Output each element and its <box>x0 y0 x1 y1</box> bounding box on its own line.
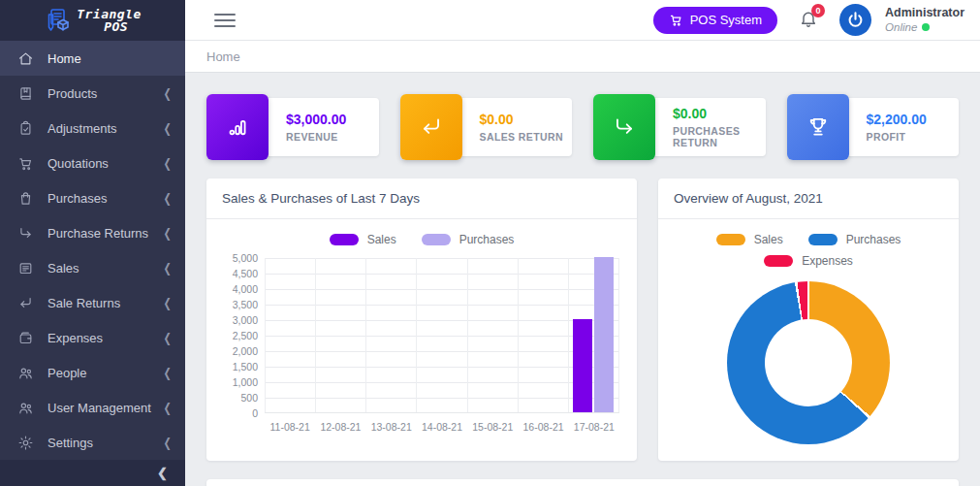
corner-down-left-icon <box>419 114 444 140</box>
chevron-left-icon: ❮ <box>164 226 172 240</box>
bag-icon <box>17 190 34 207</box>
y-tick-label: 1,500 <box>233 361 258 373</box>
x-tick-label: 12-08-21 <box>315 421 365 433</box>
sidebar-item-expenses[interactable]: Expenses❮ <box>0 320 185 355</box>
sidebar-item-label: User Management <box>47 401 164 415</box>
user-meta[interactable]: Administrator Online <box>885 6 964 35</box>
y-tick-label: 3,500 <box>233 299 258 310</box>
y-tick-label: 4,500 <box>233 268 258 279</box>
stat-card-icon-tile <box>206 94 269 160</box>
legend-swatch <box>716 234 745 245</box>
sidebar-item-purchases[interactable]: Purchases❮ <box>0 180 185 215</box>
people-icon <box>17 365 34 381</box>
stat-card-sales-return: $0.00SALES RETURN <box>400 94 573 160</box>
sidebar-item-user-management[interactable]: User Management❮ <box>0 390 185 425</box>
x-tick-label: 16-08-21 <box>518 421 568 433</box>
breadcrumb-current[interactable]: Home <box>206 49 240 64</box>
trophy-icon <box>806 114 831 140</box>
sidebar-item-label: Sale Returns <box>47 296 164 310</box>
stat-label: PROFIT <box>867 131 927 143</box>
x-tick-label: 14-08-21 <box>417 421 467 433</box>
bar-chart: 5,0004,5004,0003,5003,0002,5002,0001,500… <box>224 258 619 413</box>
sidebar-item-people[interactable]: People❮ <box>0 355 185 390</box>
bar-chart-column-17-08-21 <box>569 258 619 412</box>
stat-cards-row: $3,000.00REVENUE$0.00SALES RETURN$0.00PU… <box>206 94 959 160</box>
bar-chart-column-14-08-21 <box>417 258 467 412</box>
power-icon <box>846 11 865 29</box>
stat-value: $2,200.00 <box>867 112 927 127</box>
pos-system-button[interactable]: POS System <box>653 7 777 34</box>
y-tick-label: 500 <box>240 392 258 404</box>
cart-icon <box>17 155 34 172</box>
bar-chart-column-11-08-21 <box>265 258 316 412</box>
corner-down-right-icon <box>612 114 637 140</box>
stat-label: SALES RETURN <box>480 131 563 143</box>
x-tick-label: 11-08-21 <box>265 421 315 433</box>
app-logo[interactable]: Triangle POS <box>0 0 185 41</box>
legend-swatch <box>808 234 838 245</box>
app-root: Triangle POS HomeProducts❮Adjustments❮Qu… <box>0 0 980 486</box>
y-tick-label: 2,000 <box>233 345 258 357</box>
book-icon <box>17 85 34 102</box>
y-tick-label: 2,500 <box>233 330 258 341</box>
sidebar-item-label: Adjustments <box>47 121 164 136</box>
overview-chart-card: Overview of August, 2021 SalesPurchasesE… <box>658 178 959 461</box>
chevron-left-icon: ❮ <box>164 191 172 205</box>
topbar: POS System 0 Administrator Online <box>185 0 980 41</box>
chevron-left-icon: ❮ <box>164 436 172 449</box>
chevron-left-icon: ❮ <box>164 401 172 414</box>
sidebar-item-sale-returns[interactable]: Sale Returns❮ <box>0 285 185 320</box>
bar-sales-17-08-21 <box>573 319 592 412</box>
sidebar-item-settings[interactable]: Settings❮ <box>0 425 185 460</box>
breadcrumb: Home <box>185 41 980 73</box>
chevron-left-icon: ❮ <box>157 466 168 480</box>
stat-card-icon-tile <box>400 94 462 160</box>
donut-chart-legend: SalesPurchasesExpenses <box>687 233 930 268</box>
chevron-left-icon: ❮ <box>164 331 172 344</box>
chevron-left-icon: ❮ <box>164 296 172 309</box>
legend-swatch <box>330 234 359 245</box>
pos-system-label: POS System <box>690 13 762 27</box>
bar-chart-y-axis: 5,0004,5004,0003,5003,0002,5002,0001,500… <box>224 258 265 413</box>
y-tick-label: 0 <box>252 407 258 419</box>
chevron-left-icon: ❮ <box>164 156 172 170</box>
user-status: Online <box>885 20 964 34</box>
sidebar-item-label: Products <box>47 86 164 101</box>
donut-chart <box>727 281 890 444</box>
sidebar-item-label: Sales <box>47 261 164 275</box>
y-tick-label: 3,000 <box>233 314 258 326</box>
sidebar-item-adjustments[interactable]: Adjustments❮ <box>0 111 185 146</box>
bar-chart-x-axis: 11-08-2112-08-2113-08-2114-08-2115-08-21… <box>265 413 619 433</box>
sidebar-item-home[interactable]: Home <box>0 41 185 76</box>
stat-label: PURCHASES RETURN <box>673 125 766 148</box>
chart-card-title: Sales & Purchases of Last 7 Days <box>206 178 637 219</box>
stat-value: $0.00 <box>480 112 563 127</box>
notifications-button[interactable]: 0 <box>799 9 818 32</box>
clipboard-icon <box>17 120 34 137</box>
bottom-card-partial <box>206 479 959 486</box>
chevron-left-icon: ❮ <box>164 261 172 275</box>
online-dot <box>922 23 930 31</box>
legend-item-sales: Sales <box>330 233 396 246</box>
bar-chart-plot <box>265 258 619 413</box>
bar-chart-legend: SalesPurchases <box>224 233 619 246</box>
home-icon <box>17 50 34 67</box>
legend-swatch <box>422 234 451 245</box>
sidebar-item-sales[interactable]: Sales❮ <box>0 250 185 285</box>
legend-item-purchases: Purchases <box>422 233 515 246</box>
sidebar-collapse-button[interactable]: ❮ <box>0 460 185 486</box>
bar-purchases-17-08-21 <box>594 257 614 412</box>
sidebar-item-purchase-returns[interactable]: Purchase Returns❮ <box>0 215 185 250</box>
stat-value: $0.00 <box>673 106 766 121</box>
sidebar: Triangle POS HomeProducts❮Adjustments❮Qu… <box>0 0 185 486</box>
sidebar-item-quotations[interactable]: Quotations❮ <box>0 146 185 180</box>
sidebar-item-label: Settings <box>47 436 164 450</box>
sidebar-item-label: Purchases <box>47 191 164 206</box>
register-icon <box>17 260 34 276</box>
sidebar-item-products[interactable]: Products❮ <box>0 76 185 111</box>
user-avatar[interactable] <box>839 4 871 36</box>
menu-toggle-button[interactable] <box>214 14 236 27</box>
stat-value: $3,000.00 <box>286 112 346 127</box>
bar-chart-column-16-08-21 <box>519 258 569 412</box>
logo-text: Triangle POS <box>77 8 142 33</box>
